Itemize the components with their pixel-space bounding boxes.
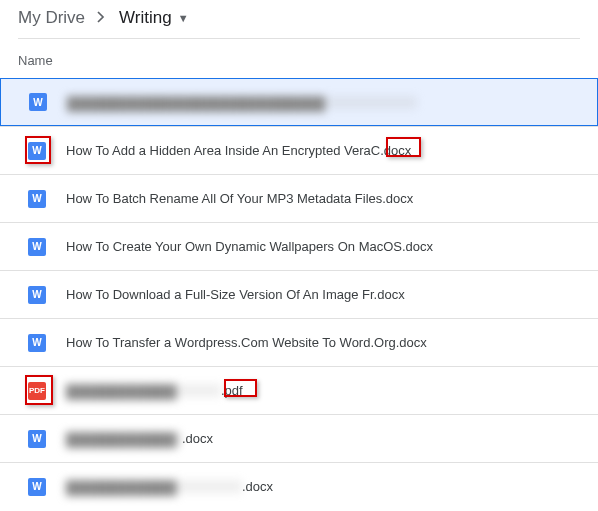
chevron-down-icon: ▼ (178, 12, 189, 24)
file-name: ████████████.docx (66, 431, 213, 446)
breadcrumb-root[interactable]: My Drive (18, 8, 85, 28)
word-icon: W (28, 430, 46, 448)
file-row[interactable]: WHow To Batch Rename All Of Your MP3 Met… (0, 174, 598, 222)
file-row[interactable]: WHow To Transfer a Wordpress.Com Website… (0, 318, 598, 366)
word-icon: W (29, 93, 47, 111)
chevron-right-icon (97, 8, 107, 28)
file-name: How To Transfer a Wordpress.Com Website … (66, 335, 427, 350)
file-list: W████████████████████████████WHow To Add… (0, 78, 598, 510)
file-name: ████████████.pdf (66, 383, 243, 398)
file-name: ████████████████████████████ (67, 96, 417, 109)
file-extension: .docx (380, 143, 411, 158)
file-extension: .pdf (221, 383, 243, 398)
word-icon: W (28, 238, 46, 256)
file-row[interactable]: W████████████.docx (0, 462, 598, 510)
file-row[interactable]: PDF████████████.pdf (0, 366, 598, 414)
column-header-name[interactable]: Name (0, 39, 598, 78)
breadcrumb: My Drive Writing ▼ (0, 0, 598, 38)
file-extension: .docx (182, 431, 213, 446)
file-row[interactable]: W████████████.docx (0, 414, 598, 462)
file-name: How To Download a Full-Size Version Of A… (66, 287, 405, 302)
file-name: How To Batch Rename All Of Your MP3 Meta… (66, 191, 413, 206)
breadcrumb-current[interactable]: Writing ▼ (119, 8, 188, 28)
file-row[interactable]: WHow To Download a Full-Size Version Of … (0, 270, 598, 318)
pdf-icon: PDF (28, 382, 46, 400)
word-icon: W (28, 334, 46, 352)
word-icon: W (28, 190, 46, 208)
word-icon: W (28, 142, 46, 160)
file-row[interactable]: W████████████████████████████ (0, 78, 598, 126)
file-extension: .docx (242, 479, 273, 494)
file-name: ████████████.docx (66, 479, 273, 494)
file-name: How To Create Your Own Dynamic Wallpaper… (66, 239, 433, 254)
file-row[interactable]: WHow To Create Your Own Dynamic Wallpape… (0, 222, 598, 270)
file-name: How To Add a Hidden Area Inside An Encry… (66, 143, 411, 158)
file-row[interactable]: WHow To Add a Hidden Area Inside An Encr… (0, 126, 598, 174)
word-icon: W (28, 478, 46, 496)
word-icon: W (28, 286, 46, 304)
